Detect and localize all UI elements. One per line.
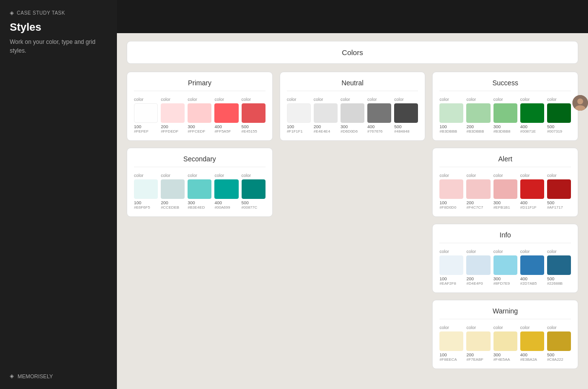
swatch-secondary-400: color 400 #00A699 [214,173,238,210]
svg-point-1 [577,98,583,104]
memorisely-icon: ◈ [10,373,14,379]
warning-group: Warning color 100 #F8EECA color 200 [432,300,578,369]
info-swatches: color 100 #EAF2F8 color 200 #D4E4F0 [439,249,571,286]
colors-header: Colors [127,41,578,64]
primary-swatches: color 100 #FEFEF color 200 #FFDEDF [134,97,266,134]
main-content: Colors Primary color 100 #FEFEF [117,0,588,389]
swatch-warning-100: color 100 #F8EECA [439,325,463,362]
swatch-neutral-400: color 400 #767676 [367,97,391,134]
alert-title: Alert [439,155,571,167]
sidebar-bottom: ◈ MEMORISELY [10,373,107,379]
swatch-warning-400: color 400 #E3BA2A [520,325,544,362]
right-column: Success color 100 #B3DBBB color 200 [432,72,578,369]
swatch-warning-300: color 300 #F4E5AA [493,325,517,362]
swatch-secondary-100: color 100 #E6F6F5 [134,173,158,210]
swatch-secondary-200: color 200 #CCEDEB [161,173,185,210]
neutral-swatches: color 100 #F1F1F1 color 200 #E4E4E4 [287,97,418,134]
swatch-primary-200: color 200 #FFDEDF [161,97,185,134]
swatch-secondary-300: color 300 #B3E4ED [188,173,211,210]
swatch-success-200: color 200 #B3DBBB [466,97,490,134]
secondary-swatches: color 100 #E6F6F5 color 200 #CCEDEB [134,173,266,210]
primary-group: Primary color 100 #FEFEF color 200 # [127,72,273,141]
swatch-alert-400: color 400 #D11F1F [520,173,544,210]
color-groups-row: Primary color 100 #FEFEF color 200 # [127,72,578,369]
sidebar-tag: ◈ CASE STUDY TASK [10,10,107,16]
avatar[interactable] [572,95,588,111]
sidebar-tag-label: CASE STUDY TASK [17,10,65,16]
swatch-primary-300: color 300 #FFCEDF [188,97,211,134]
sidebar-top: ◈ CASE STUDY TASK Styles Work on your co… [10,10,107,55]
neutral-group: Neutral color 100 #F1F1F1 color 200 [280,72,426,141]
secondary-group: Secondary color 100 #E6F6F5 color 200 [127,148,273,217]
swatch-neutral-300: color 300 #D6D0D6 [341,97,364,134]
success-swatches: color 100 #B3DBBB color 200 #B3DBBB [439,97,571,134]
swatch-secondary-500: color 500 #00877C [242,173,266,210]
swatch-primary-100: color 100 #FEFEF [134,97,158,134]
primary-title: Primary [134,79,266,91]
swatch-info-100: color 100 #EAF2F8 [439,249,463,286]
swatch-success-100: color 100 #B3DBBB [439,97,463,134]
swatch-info-200: color 200 #D4E4F0 [466,249,490,286]
swatch-warning-200: color 200 #F7EABF [466,325,490,362]
swatch-alert-300: color 300 #EFB1B1 [493,173,517,210]
success-title: Success [439,79,571,91]
swatch-success-500: color 500 #007319 [547,97,571,134]
secondary-title: Secondary [134,155,266,167]
info-title: Info [439,231,571,243]
sidebar-title: Styles [10,21,107,34]
sidebar-description: Work on your color, type and grid styles… [10,38,107,55]
swatch-success-400: color 400 #00871E [520,97,544,134]
swatch-warning-500: color 500 #C8A222 [547,325,571,362]
swatch-primary-500: color 500 #E45155 [242,97,266,134]
warning-title: Warning [439,307,571,319]
middle-column: Neutral color 100 #F1F1F1 color 200 [280,72,426,369]
swatch-neutral-200: color 200 #E4E4E4 [314,97,338,134]
info-group: Info color 100 #EAF2F8 color 200 #D4 [432,224,578,293]
sidebar-bottom-label: MEMORISELY [18,373,53,379]
neutral-title: Neutral [287,79,418,91]
top-bar [117,0,588,33]
swatch-primary-400: color 400 #FF5A5F [214,97,238,134]
content-area: Colors Primary color 100 #FEFEF [117,33,588,389]
alert-swatches: color 100 #F8D0D0 color 200 #F4C7C7 [439,173,571,210]
alert-group: Alert color 100 #F8D0D0 color 200 #F [432,148,578,217]
swatch-alert-100: color 100 #F8D0D0 [439,173,463,210]
swatch-success-300: color 300 #B3DBB8 [493,97,517,134]
swatch-alert-500: color 500 #AF1717 [547,173,571,210]
case-study-icon: ◈ [10,10,14,16]
avatar-wrapper [572,95,588,111]
left-column: Primary color 100 #FEFEF color 200 # [127,72,273,369]
swatch-neutral-100: color 100 #F1F1F1 [287,97,311,134]
swatch-info-300: color 300 #8FD7E9 [493,249,517,286]
swatch-neutral-500: color 500 #484848 [394,97,418,134]
sidebar: ◈ CASE STUDY TASK Styles Work on your co… [0,0,117,389]
warning-swatches: color 100 #F8EECA color 200 #F7EABF [439,325,571,362]
success-group: Success color 100 #B3DBBB color 200 [432,72,578,141]
swatch-alert-200: color 200 #F4C7C7 [466,173,490,210]
swatch-info-500: color 500 #22688B [547,249,571,286]
swatch-info-400: color 400 #2D7AB5 [520,249,544,286]
